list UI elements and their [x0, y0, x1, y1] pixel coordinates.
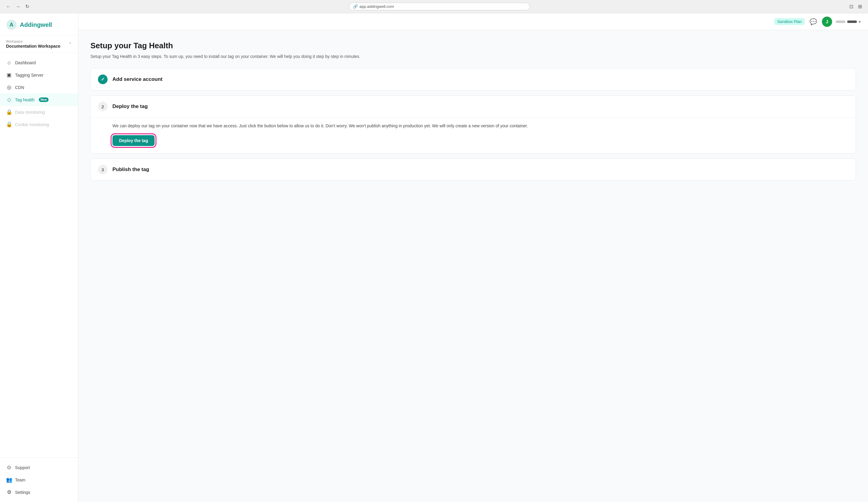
sidebar-item-cookie-monitoring: 🔒 Cookie monitoring: [0, 118, 78, 131]
main-content: Setup your Tag Health Setup your Tag Hea…: [79, 30, 868, 502]
sidebar-item-label: Settings: [15, 490, 30, 495]
step-2-description: We can deploy our tag on your container …: [112, 122, 848, 129]
logo: A Addingwell: [0, 13, 78, 35]
step-3-card: 3 Publish the tag: [90, 158, 856, 181]
step-1-header[interactable]: ✓ Add service account: [91, 69, 856, 90]
step-1-title: Add service account: [112, 76, 163, 82]
extensions-button[interactable]: ⊡: [848, 2, 855, 11]
workspace-switcher[interactable]: Workspace Documentation Workspace ⌃: [0, 35, 78, 53]
browser-right-controls: ⊡ ⊞: [848, 2, 863, 11]
step-1-number: ✓: [98, 74, 107, 84]
chat-button[interactable]: 💬: [808, 17, 818, 27]
sidebar-item-label: Team: [15, 478, 25, 482]
step-2-title: Deploy the tag: [112, 103, 148, 110]
sidebar-item-cdn[interactable]: ◎ CDN: [0, 81, 78, 93]
team-icon: 👥: [6, 476, 12, 483]
sidebar-item-dashboard[interactable]: ⌂ Dashboard: [0, 57, 78, 69]
sidebar-item-label: Tag health: [15, 98, 35, 102]
step-2-header[interactable]: 2 Deploy the tag: [91, 96, 856, 117]
url-text: app.addingwell.com: [360, 4, 394, 9]
sidebar-item-label: Dashboard: [15, 60, 36, 65]
sandbox-plan-badge: Sandbox Plan: [774, 18, 805, 25]
step-2-number: 2: [98, 102, 107, 111]
page-title: Setup your Tag Health: [90, 41, 856, 50]
back-button[interactable]: ←: [5, 3, 12, 10]
sidebar-item-data-monitoring: 🔒 Data monitoring: [0, 106, 78, 118]
main: Sandbox Plan 💬 J ▾ Setup your Tag Health…: [79, 13, 868, 502]
workspace-chevron-icon: ⌃: [69, 42, 72, 47]
progress-bar-empty: [836, 21, 845, 23]
home-icon: ⌂: [6, 60, 12, 66]
sidebar-item-team[interactable]: 👥 Team: [0, 474, 78, 486]
settings-icon: ⚙: [6, 489, 12, 495]
sidebar-item-label: Tagging Server: [15, 73, 43, 78]
deploy-tag-button[interactable]: Deploy the tag: [112, 135, 155, 146]
step-3-header[interactable]: 3 Publish the tag: [91, 159, 856, 180]
svg-text:A: A: [10, 22, 13, 28]
page-subtitle: Setup your Tag Health in 3 easy steps. T…: [90, 53, 856, 60]
progress-group: ▾: [836, 19, 861, 24]
sidebar-item-label: CDN: [15, 85, 24, 90]
workspace-name: Documentation Workspace: [6, 44, 60, 49]
sidebar-item-label: Support: [15, 465, 30, 470]
support-icon: ⊙: [6, 464, 12, 471]
workspace-label: Workspace: [6, 40, 60, 43]
logo-icon: A: [6, 19, 17, 30]
sidebar-item-settings[interactable]: ⚙ Settings: [0, 486, 78, 499]
step-2-body: We can deploy our tag on your container …: [91, 117, 856, 153]
app-header: Sandbox Plan 💬 J ▾: [79, 13, 868, 30]
step-3-number: 3: [98, 165, 107, 174]
sidebar-button[interactable]: ⊞: [857, 2, 863, 11]
progress-bar-filled: [847, 21, 857, 23]
server-icon: ▣: [6, 72, 12, 78]
app: A Addingwell Workspace Documentation Wor…: [0, 13, 868, 502]
checkmark-icon: ✓: [101, 77, 105, 82]
lock-icon: 🔒: [6, 121, 12, 128]
forward-button[interactable]: →: [14, 3, 22, 10]
lock-icon: 🔗: [353, 4, 358, 9]
sidebar-item-tag-health[interactable]: ◇ Tag health New: [0, 93, 78, 106]
avatar: J: [822, 17, 832, 27]
sidebar-item-support[interactable]: ⊙ Support: [0, 461, 78, 474]
chat-icon: 💬: [809, 18, 817, 26]
sidebar-item-label: Data monitoring: [15, 110, 45, 114]
globe-icon: ◎: [6, 84, 12, 90]
address-bar[interactable]: 🔗 app.addingwell.com: [349, 3, 530, 10]
step-2-card: 2 Deploy the tag We can deploy our tag o…: [90, 95, 856, 153]
browser-chrome: ← → ↻ 🔗 app.addingwell.com ⊡ ⊞: [0, 0, 868, 13]
logo-text: Addingwell: [20, 21, 52, 28]
header-chevron-icon[interactable]: ▾: [859, 19, 861, 24]
lock-icon: 🔒: [6, 109, 12, 115]
sidebar-nav: ⌂ Dashboard ▣ Tagging Server ◎ CDN ◇ Tag…: [0, 53, 78, 457]
step-3-title: Publish the tag: [112, 167, 149, 172]
sidebar-bottom-nav: ⊙ Support 👥 Team ⚙ Settings: [0, 457, 78, 502]
tag-icon: ◇: [6, 97, 12, 103]
sidebar-item-tagging-server[interactable]: ▣ Tagging Server: [0, 69, 78, 81]
sidebar-item-label: Cookie monitoring: [15, 122, 49, 127]
reload-button[interactable]: ↻: [24, 3, 30, 10]
browser-controls: ← → ↻: [5, 3, 30, 10]
new-badge: New: [39, 98, 49, 102]
step-1-card: ✓ Add service account: [90, 68, 856, 90]
sidebar: A Addingwell Workspace Documentation Wor…: [0, 13, 79, 502]
